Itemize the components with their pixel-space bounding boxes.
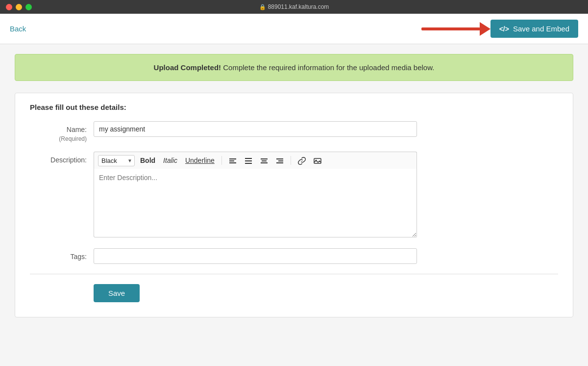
color-select[interactable]: Black Red Green Blue Orange <box>98 155 135 166</box>
align-center-button[interactable] <box>258 155 270 166</box>
arrow-indicator <box>421 22 490 36</box>
main-content: Upload Completed! Complete the required … <box>0 44 588 366</box>
titlebar: 🔒 889011.kaf.kaltura.com <box>0 0 588 14</box>
url-bar: 🔒 889011.kaf.kaltura.com <box>259 3 329 10</box>
name-input[interactable] <box>94 121 417 137</box>
divider-2 <box>291 156 291 165</box>
lock-icon: 🔒 <box>259 4 266 10</box>
bold-button[interactable]: Bold <box>138 155 158 166</box>
align-center-icon <box>260 157 268 165</box>
svg-rect-9 <box>261 162 268 163</box>
description-row: Description: Black Red Green Blue Orange <box>30 152 558 239</box>
align-right-icon <box>276 157 284 165</box>
list-unordered-button[interactable] <box>242 155 255 166</box>
link-icon <box>298 157 306 165</box>
svg-rect-12 <box>276 162 283 163</box>
svg-rect-5 <box>245 163 252 164</box>
svg-rect-1 <box>229 160 234 161</box>
name-label: Name: (Required) <box>30 121 94 143</box>
svg-rect-10 <box>276 158 283 159</box>
arrow-shaft <box>421 27 480 30</box>
list-unordered-icon <box>245 157 252 165</box>
save-button[interactable]: Save <box>94 284 140 302</box>
arrow-head <box>480 22 490 36</box>
svg-rect-4 <box>245 160 252 161</box>
tags-row: Tags: <box>30 248 558 264</box>
description-textarea[interactable] <box>94 169 417 237</box>
description-toolbar: Black Red Green Blue Orange ▼ Bold Itali… <box>94 152 417 168</box>
window-controls <box>6 4 32 10</box>
name-row: Name: (Required) <box>30 121 558 143</box>
svg-rect-3 <box>245 158 252 159</box>
maximize-btn[interactable] <box>25 4 32 10</box>
italic-button[interactable]: Italic <box>161 155 180 166</box>
top-nav: Back </> Save and Embed <box>0 14 588 44</box>
svg-rect-8 <box>262 160 267 161</box>
tags-label: Tags: <box>30 248 94 262</box>
svg-rect-7 <box>261 158 268 159</box>
svg-rect-2 <box>229 162 236 163</box>
divider-1 <box>221 156 222 165</box>
link-button[interactable] <box>295 155 308 166</box>
save-row: Save <box>30 284 558 302</box>
color-select-wrapper: Black Red Green Blue Orange ▼ <box>98 155 135 166</box>
back-link[interactable]: Back <box>10 25 26 33</box>
close-btn[interactable] <box>6 4 12 10</box>
form-separator <box>30 274 558 274</box>
image-button[interactable] <box>311 155 324 166</box>
underline-button[interactable]: Underline <box>183 155 217 166</box>
align-right-button[interactable] <box>273 155 286 166</box>
align-left-button[interactable] <box>226 155 239 166</box>
section-title: Please fill out these details: <box>30 103 558 111</box>
form-section: Please fill out these details: Name: (Re… <box>15 93 573 317</box>
save-embed-area: </> Save and Embed <box>421 20 578 38</box>
tags-input[interactable] <box>94 248 417 264</box>
image-icon <box>314 157 321 165</box>
save-embed-button[interactable]: </> Save and Embed <box>490 20 578 38</box>
embed-code-icon: </> <box>499 25 509 33</box>
minimize-btn[interactable] <box>16 4 22 10</box>
svg-rect-0 <box>229 158 236 159</box>
description-wrapper: Black Red Green Blue Orange ▼ Bold Itali… <box>94 152 417 239</box>
align-left-icon <box>229 157 237 165</box>
upload-banner: Upload Completed! Complete the required … <box>15 54 573 81</box>
svg-rect-11 <box>278 160 283 161</box>
description-label: Description: <box>30 152 94 165</box>
